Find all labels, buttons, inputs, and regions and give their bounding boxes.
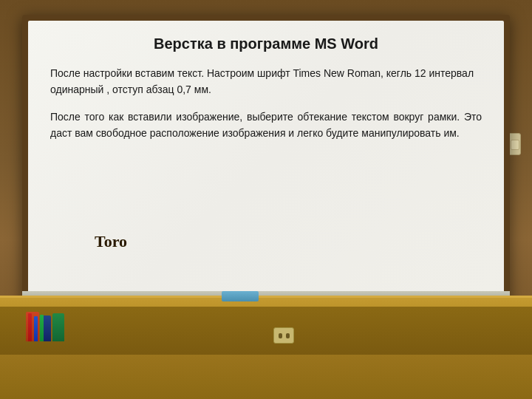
marker-green [40, 315, 44, 341]
pen-holder [28, 313, 44, 341]
board-title: Верстка в программе MS Word [50, 35, 482, 52]
eraser [222, 291, 259, 301]
book-3 [52, 313, 64, 341]
paragraph-2: После того как вставили изображение, выб… [50, 109, 482, 141]
light-switch-button [511, 140, 519, 150]
outlet-hole-right [286, 333, 290, 338]
board-text: После настройки вставим текст. Настроим … [50, 66, 482, 142]
board-frame: Верстка в программе MS Word После настро… [22, 15, 510, 303]
whiteboard: Верстка в программе MS Word После настро… [28, 21, 504, 297]
marker-blue [34, 316, 38, 341]
desk-surface [0, 296, 532, 355]
desk-front [0, 307, 532, 355]
outlet-hole-left [279, 333, 282, 338]
marker-red [28, 313, 32, 341]
paragraph-1: После настройки вставим текст. Настроим … [50, 66, 482, 98]
wall-outlet [273, 327, 294, 344]
toro-label: Toro [95, 232, 127, 251]
